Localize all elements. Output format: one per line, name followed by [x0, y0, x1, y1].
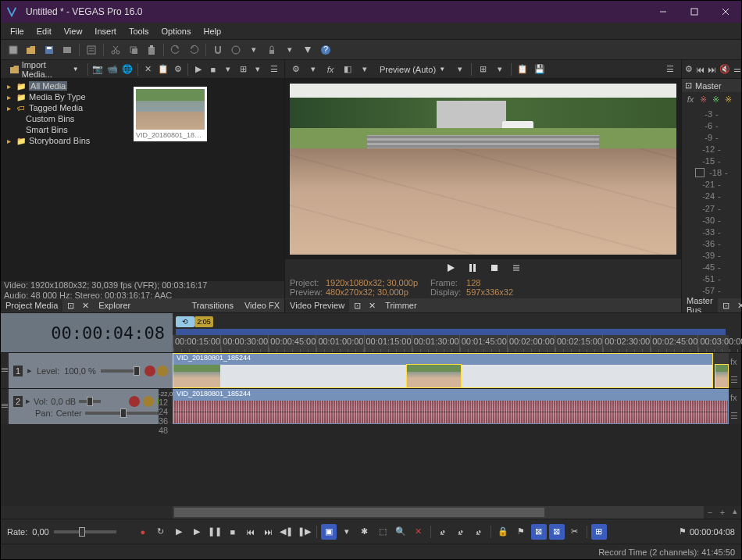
stop-button[interactable]: ■: [225, 524, 241, 540]
audio-track-header[interactable]: 2 ▸ Vol: 0,0 dB Pan: Center: [9, 389, 173, 424]
auto-ripple-button[interactable]: ⊠: [549, 524, 565, 540]
menu-tools[interactable]: Tools: [123, 25, 155, 37]
go-start-button[interactable]: ⏮: [243, 524, 259, 540]
maximize-button[interactable]: [679, 1, 710, 23]
mixer-settings-icon[interactable]: ⚙: [685, 62, 693, 77]
copy-snapshot-icon[interactable]: 📋: [515, 62, 530, 77]
marker-button[interactable]: ⚑: [513, 524, 529, 540]
tree-row[interactable]: ▸🏷Tagged Media: [1, 102, 126, 113]
audio-track-content[interactable]: -22,0 12 24 36 48 VID_20180801_185244: [173, 389, 729, 424]
play-start-button[interactable]: ▶: [171, 524, 187, 540]
zoom-in-icon[interactable]: +: [716, 506, 729, 519]
time-ruler[interactable]: 00:00:15:00 00:00:30:00 00:00:45:00 00:0…: [173, 335, 729, 352]
close-button[interactable]: [710, 1, 741, 23]
menu-edit[interactable]: Edit: [30, 25, 58, 37]
lock-env-button[interactable]: 🔒: [495, 524, 511, 540]
preview-icon[interactable]: ▶: [191, 62, 205, 77]
stop-button[interactable]: [487, 261, 501, 275]
next-frame-button[interactable]: ❚▶: [297, 524, 312, 540]
normal-tool-icon[interactable]: [300, 42, 316, 58]
track-more-icon[interactable]: ☰: [730, 411, 740, 420]
video-track-header[interactable]: 1 ▸ Level: 100,0 %: [9, 353, 173, 388]
track-fx-icon[interactable]: fx: [730, 357, 740, 366]
skip-fwd-icon[interactable]: ⏭: [708, 62, 716, 77]
save-icon[interactable]: [41, 42, 57, 58]
dim-icon[interactable]: 🔇: [719, 62, 730, 77]
hamburger-icon[interactable]: ☰: [662, 62, 678, 77]
envelope-tool[interactable]: ✱: [357, 524, 373, 540]
paste-icon[interactable]: [144, 42, 159, 58]
preview-settings-icon[interactable]: ⚙: [288, 62, 304, 77]
close-tab-icon[interactable]: ✕: [366, 301, 379, 311]
timecode-display[interactable]: 00:00:04:08: [1, 313, 173, 352]
track-handle[interactable]: [2, 404, 8, 410]
copy-icon[interactable]: [126, 42, 141, 58]
track-solo-icon[interactable]: [157, 366, 168, 376]
preview-outputfx-icon[interactable]: fx: [323, 62, 338, 77]
minimize-button[interactable]: [647, 1, 679, 23]
level-slider[interactable]: [101, 369, 140, 373]
tab-video-preview[interactable]: Video Preview: [285, 299, 349, 312]
overlay-icon[interactable]: ▾: [452, 62, 468, 77]
save-snapshot-icon[interactable]: 💾: [532, 62, 548, 77]
capture-icon[interactable]: 📷: [91, 62, 104, 77]
tree-row[interactable]: ▸📁All Media: [1, 80, 126, 91]
tab-trimmer[interactable]: Trimmer: [380, 299, 422, 312]
close-tab-icon[interactable]: ✕: [79, 301, 92, 311]
stop-preview-icon[interactable]: ■: [206, 62, 219, 77]
scale2-icon[interactable]: ▾: [492, 62, 508, 77]
hamburger-icon[interactable]: ☰: [268, 62, 281, 77]
tab-transitions[interactable]: Transitions: [187, 299, 238, 312]
render-icon[interactable]: [59, 42, 75, 58]
video-track-content[interactable]: VID_20180801_185244: [173, 353, 729, 388]
play-button[interactable]: ▶: [189, 524, 205, 540]
zoom-out-icon[interactable]: −: [704, 506, 716, 519]
cut-icon[interactable]: [108, 42, 123, 58]
import-media-button[interactable]: Import Media... ▼: [4, 58, 84, 81]
dd-icon[interactable]: ▾: [357, 62, 373, 77]
track-mute-icon[interactable]: [143, 396, 154, 407]
media-clip-thumb[interactable]: VID_20180801_185244.mp4: [134, 87, 207, 141]
rate-slider[interactable]: [54, 530, 116, 533]
transport-timecode[interactable]: 00:00:04:08: [690, 527, 735, 537]
auto-crossfade-button[interactable]: ⊠: [531, 524, 547, 540]
gear-green-icon[interactable]: ※: [710, 94, 721, 105]
menu-view[interactable]: View: [58, 25, 89, 37]
grid-icon[interactable]: ⊞: [237, 62, 250, 77]
get-media-icon[interactable]: 🌐: [121, 62, 134, 77]
go-end-button[interactable]: ⏭: [261, 524, 276, 540]
loop-playback-button[interactable]: ↻: [153, 524, 169, 540]
split-screen-icon[interactable]: ◧: [340, 62, 355, 77]
preview-quality-selector[interactable]: Preview (Auto) ▼: [374, 62, 451, 77]
ripple-icon[interactable]: [228, 42, 244, 58]
new-project-icon[interactable]: [5, 42, 21, 58]
dd1[interactable]: ▾: [339, 524, 355, 540]
media-fx-icon[interactable]: ⚙: [171, 62, 184, 77]
menu-insert[interactable]: Insert: [88, 25, 123, 37]
open-icon[interactable]: [23, 42, 39, 58]
sliders-icon[interactable]: ⚌: [733, 62, 741, 77]
tab-project-media[interactable]: Project Media: [1, 299, 62, 312]
pause-button[interactable]: [466, 261, 480, 275]
timeline-v-zoom[interactable]: ▴ ▾: [729, 506, 741, 519]
media-thumbnails[interactable]: VID_20180801_185244.mp4: [126, 79, 284, 281]
menu-help[interactable]: Help: [197, 25, 227, 37]
media-properties-icon[interactable]: 📋: [156, 62, 169, 77]
get-photo-icon[interactable]: 📹: [106, 62, 120, 77]
play-button[interactable]: [444, 261, 458, 275]
gear-red-icon[interactable]: ※: [697, 94, 708, 105]
autocross-icon[interactable]: ▾: [246, 42, 262, 58]
fader-handle[interactable]: [695, 168, 705, 177]
marker-strip[interactable]: ⟲ 2:05 00:00:15:00 00:00:30:00 00:00:45:…: [173, 313, 729, 352]
track-handle[interactable]: [2, 368, 8, 374]
prev-frame-button[interactable]: ◀❚: [279, 524, 294, 540]
ripple-button[interactable]: ⸙: [471, 524, 487, 540]
record-button[interactable]: ●: [135, 524, 151, 540]
gear-yellow-icon[interactable]: ※: [722, 94, 733, 105]
skip-back-icon[interactable]: ⏮: [696, 62, 705, 77]
tree-row[interactable]: Custom Bins: [1, 113, 126, 124]
close-tab-icon[interactable]: ✕: [734, 301, 742, 311]
expand-icon[interactable]: ⊡: [685, 80, 692, 91]
tree-row[interactable]: ▸📁Storyboard Bins: [1, 135, 126, 146]
menu-options[interactable]: Options: [155, 25, 198, 37]
